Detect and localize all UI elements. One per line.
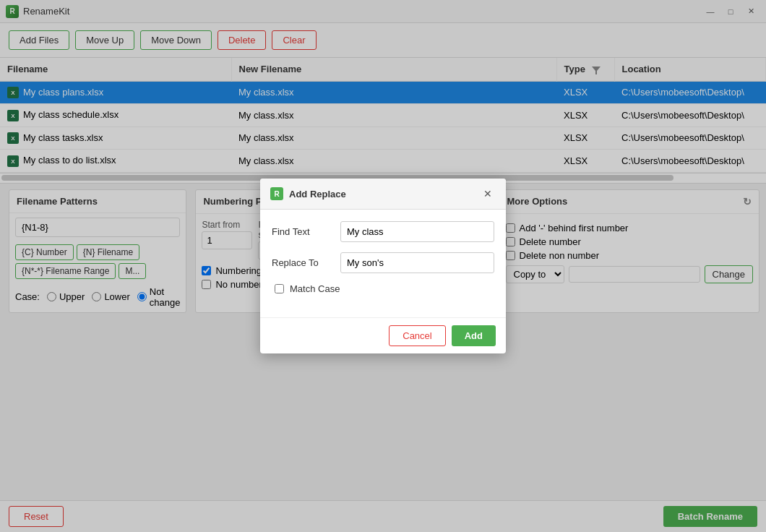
modal-add-button[interactable]: Add [452,325,496,346]
replace-to-input[interactable] [340,252,494,273]
replace-to-row: Replace To [272,252,494,273]
modal-title: R Add Replace [270,187,346,200]
replace-to-label: Replace To [272,257,333,268]
match-case-row: Match Case [272,283,494,294]
modal-body: Find Text Replace To Match Case [260,210,506,317]
find-text-label: Find Text [272,226,333,237]
find-text-input[interactable] [340,221,494,242]
add-replace-modal: R Add Replace ✕ Find Text Replace To Mat… [260,179,506,353]
modal-header: R Add Replace ✕ [260,179,506,210]
modal-cancel-button[interactable]: Cancel [389,325,445,346]
find-text-row: Find Text [272,221,494,242]
modal-icon: R [270,187,283,200]
match-case-label[interactable]: Match Case [290,283,340,294]
modal-overlay[interactable]: R Add Replace ✕ Find Text Replace To Mat… [0,0,766,532]
modal-footer: Cancel Add [260,317,506,353]
match-case-checkbox[interactable] [275,284,284,293]
modal-close-button[interactable]: ✕ [480,186,496,202]
